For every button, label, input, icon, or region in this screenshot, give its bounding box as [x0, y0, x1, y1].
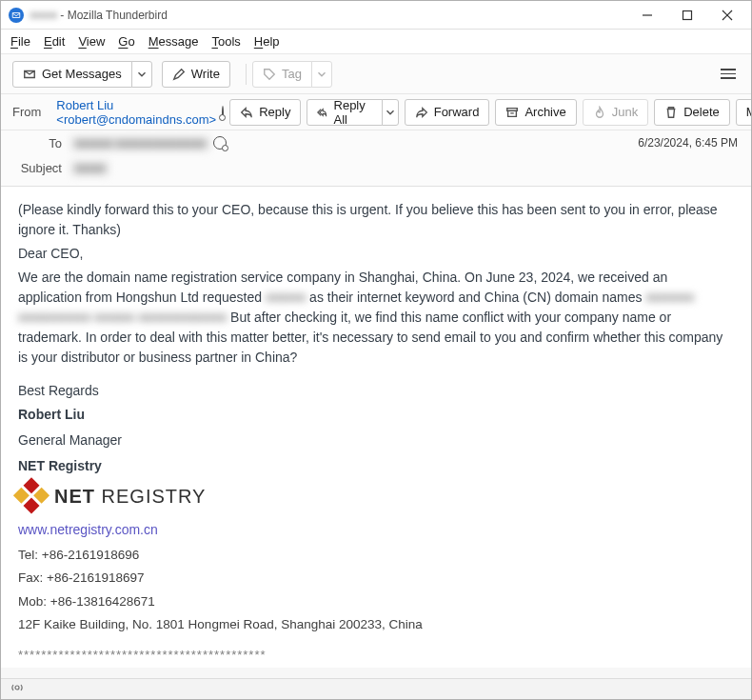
archive-icon: [505, 106, 519, 119]
write-button[interactable]: Write: [162, 61, 230, 88]
body-closing: Best Regards: [18, 381, 734, 401]
trash-icon: [664, 106, 678, 119]
menu-edit[interactable]: Edit: [44, 34, 65, 49]
chevron-down-icon: [315, 68, 328, 81]
get-messages-button[interactable]: Get Messages: [12, 61, 132, 88]
statusbar: [1, 678, 751, 699]
get-messages-label: Get Messages: [42, 67, 122, 81]
toolbar-divider: [246, 64, 247, 85]
body-main: We are the domain name registration serv…: [18, 268, 734, 368]
message-body: (Please kindly forward this to your CEO,…: [1, 187, 751, 668]
tag-label: Tag: [282, 67, 302, 81]
reply-all-button[interactable]: Reply All: [307, 99, 382, 126]
menubar: File Edit View Go Message Tools Help: [1, 30, 751, 54]
presence-icon: [222, 106, 224, 119]
reply-all-icon: [317, 106, 327, 119]
separator-stars: ****************************************…: [18, 646, 734, 665]
more-button[interactable]: More: [736, 99, 752, 126]
menu-message[interactable]: Message: [148, 34, 199, 49]
contact-tel: Tel: +86-2161918696: [18, 546, 734, 565]
to-value: ■■■■■ ■■■■■■■■■■■■: [71, 136, 638, 150]
menu-view[interactable]: View: [78, 34, 105, 49]
to-label: To: [14, 136, 62, 150]
delete-button[interactable]: Delete: [654, 99, 730, 126]
contact-block: Tel: +86-2161918696 Fax: +86-2161918697 …: [18, 546, 734, 634]
svg-rect-1: [683, 10, 692, 19]
forward-icon: [415, 106, 428, 119]
message-actionbar: From Robert Liu <robert@cndomaindns.com>…: [1, 94, 751, 130]
website-link[interactable]: www.netregistry.com.cn: [18, 522, 158, 537]
chevron-down-icon: [384, 106, 397, 119]
sig-title: General Manager: [18, 430, 734, 450]
message-date: 6/23/2024, 6:45 PM: [638, 136, 738, 150]
minimize-button[interactable]: [627, 2, 667, 29]
window-titlebar: ■■■■ - Mozilla Thunderbird: [1, 1, 751, 30]
write-label: Write: [191, 67, 220, 81]
menu-tools[interactable]: Tools: [211, 34, 240, 49]
svg-point-4: [15, 686, 19, 690]
message-headers: To ■■■■■ ■■■■■■■■■■■■ 6/23/2024, 6:45 PM…: [1, 130, 751, 187]
subject-label: Subject: [14, 161, 62, 175]
junk-button[interactable]: Junk: [583, 99, 648, 126]
menu-help[interactable]: Help: [254, 34, 280, 49]
tag-icon: [263, 68, 276, 81]
sig-name: Robert Liu: [18, 405, 734, 425]
tag-button[interactable]: Tag: [252, 61, 312, 88]
app-icon: [9, 8, 24, 23]
presence-icon: [213, 136, 227, 150]
menu-file[interactable]: File: [10, 34, 30, 49]
contact-mob: Mob: +86-13816428671: [18, 592, 734, 611]
body-intro: (Please kindly forward this to your CEO,…: [18, 200, 734, 240]
archive-button[interactable]: Archive: [495, 99, 576, 126]
from-label: From: [12, 105, 41, 119]
main-toolbar: Get Messages Write Tag: [1, 54, 751, 94]
sig-company: NET Registry: [18, 456, 734, 476]
contact-address: 12F Kaike Building, No. 1801 Hongmei Roa…: [18, 615, 734, 634]
tag-dropdown[interactable]: [311, 61, 332, 88]
reply-all-dropdown[interactable]: [382, 99, 399, 126]
maximize-button[interactable]: [667, 2, 707, 29]
body-greeting: Dear CEO,: [18, 244, 734, 264]
net-registry-logo: NET REGISTRY: [18, 482, 734, 510]
menu-go[interactable]: Go: [118, 34, 134, 49]
close-button[interactable]: [707, 2, 747, 29]
forward-button[interactable]: Forward: [405, 99, 490, 126]
logo-mark: [12, 477, 50, 515]
flame-icon: [593, 106, 606, 119]
sync-indicator-icon: [10, 681, 24, 697]
subject-value: ■■■■: [71, 161, 738, 175]
chevron-down-icon: [135, 68, 148, 81]
pencil-icon: [172, 68, 186, 81]
app-menu-button[interactable]: [717, 62, 740, 86]
from-value[interactable]: Robert Liu <robert@cndomaindns.com>: [56, 98, 216, 127]
reply-icon: [240, 106, 253, 119]
get-messages-dropdown[interactable]: [131, 61, 152, 88]
reply-button[interactable]: Reply: [229, 99, 301, 126]
contact-fax: Fax: +86-2161918697: [18, 569, 734, 588]
download-icon: [23, 68, 36, 81]
window-title: ■■■■ - Mozilla Thunderbird: [30, 9, 168, 22]
